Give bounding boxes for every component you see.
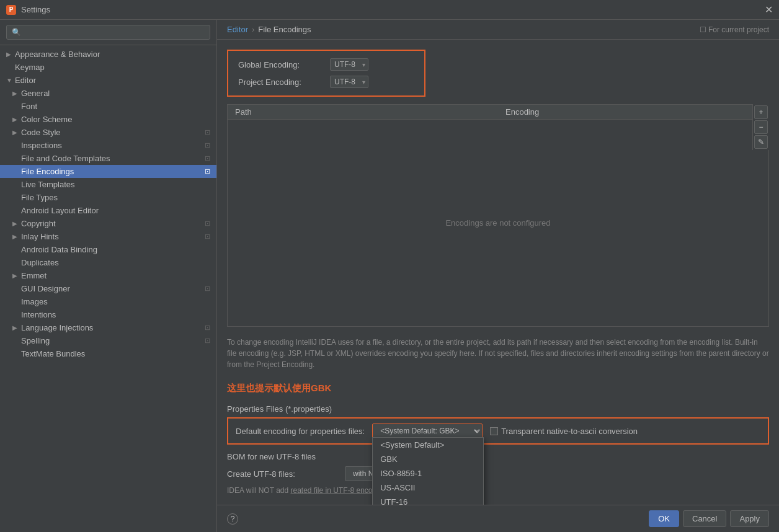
dropdown-item-us-ascii[interactable]: US-ASCII (373, 481, 483, 495)
config-icon: ⊡ (205, 324, 210, 332)
sidebar-item-copyright[interactable]: ▶ Copyright ⊡ (0, 217, 216, 230)
expand-arrow: ▼ (6, 77, 15, 84)
config-icon: ⊡ (205, 233, 210, 241)
dropdown-item-system-default[interactable]: <System Default> (373, 438, 483, 452)
sidebar-item-intentions[interactable]: Intentions (0, 308, 216, 321)
config-icon: ⊡ (205, 219, 210, 228)
sidebar-item-inlay-hints[interactable]: ▶ Inlay Hints ⊡ (0, 230, 216, 243)
sidebar-item-emmet[interactable]: ▶ Emmet (0, 269, 216, 282)
close-button[interactable]: ✕ (765, 4, 773, 16)
project-encoding-select[interactable]: UTF-8 (330, 76, 368, 88)
bom-note-row: IDEA will NOT add reated file in UTF-8 e… (227, 486, 769, 495)
sidebar-item-label: Intentions (21, 310, 210, 319)
search-input[interactable] (6, 25, 210, 40)
sidebar-item-label: Inspections (21, 141, 202, 150)
encoding-dropdown-container: <System Default: GBK> <System Default> G… (372, 423, 483, 438)
sidebar-item-label: General (21, 89, 210, 98)
global-encoding-select-wrapper: UTF-8 (330, 58, 368, 71)
sidebar-item-textmate-bundles[interactable]: TextMate Bundles (0, 347, 216, 360)
sidebar-item-gui-designer[interactable]: GUI Designer ⊡ (0, 282, 216, 295)
edit-row-button[interactable]: ✎ (754, 135, 768, 149)
bom-note: IDEA will NOT add reated file in UTF-8 e… (227, 486, 386, 495)
info-text: To change encoding IntelliJ IDEA uses fo… (227, 334, 769, 373)
global-encoding-select[interactable]: UTF-8 (330, 58, 368, 71)
sidebar-item-label: GUI Designer (21, 284, 202, 293)
sidebar: ▶ Appearance & Behavior Keymap ▼ Editor … (0, 20, 217, 532)
sidebar-item-label: TextMate Bundles (21, 349, 210, 358)
sidebar-item-keymap[interactable]: Keymap (0, 61, 216, 74)
add-row-button[interactable]: + (754, 105, 768, 119)
expand-arrow: ▶ (6, 51, 15, 58)
transparent-conversion-checkbox[interactable] (490, 427, 498, 435)
project-encoding-row: Project Encoding: UTF-8 (238, 76, 414, 88)
config-icon: ⊡ (205, 337, 210, 345)
properties-controls: Default encoding for properties files: <… (227, 417, 769, 445)
default-encoding-select[interactable]: <System Default: GBK> (372, 423, 483, 438)
sidebar-item-label: Appearance & Behavior (15, 50, 210, 59)
bom-section: BOM for new UTF-8 files Create UTF-8 fil… (227, 452, 769, 495)
sidebar-item-label: Spelling (21, 336, 202, 345)
default-encoding-label: Default encoding for properties files: (236, 427, 365, 436)
sidebar-item-code-style[interactable]: ▶ Code Style ⊡ (0, 126, 216, 139)
sidebar-item-live-templates[interactable]: Live Templates (0, 178, 216, 191)
settings-dialog: P Settings ✕ ▶ Appearance & Behavior Key… (0, 0, 779, 532)
expand-arrow: ▶ (12, 233, 21, 240)
sidebar-item-android-data-binding[interactable]: Android Data Binding (0, 243, 216, 256)
path-column-header: Path (228, 105, 498, 119)
sidebar-item-label: Android Layout Editor (21, 206, 210, 215)
sidebar-item-label: Copyright (21, 219, 202, 228)
sidebar-item-label: Code Style (21, 128, 202, 137)
properties-section: Properties Files (*.properties) Default … (227, 404, 769, 445)
breadcrumb-parent[interactable]: Editor (227, 25, 248, 34)
create-utf8-label: Create UTF-8 files: (227, 469, 339, 479)
sidebar-item-images[interactable]: Images (0, 295, 216, 308)
properties-section-label: Properties Files (*.properties) (227, 404, 769, 414)
cancel-button[interactable]: Cancel (683, 510, 726, 527)
empty-message: Encodings are not configured (445, 218, 550, 228)
transparent-conversion-checkbox-label[interactable]: Transparent native-to-ascii conversion (490, 427, 638, 436)
apply-button[interactable]: Apply (730, 510, 769, 527)
chinese-annotation: 这里也提示默认使用GBK (227, 380, 769, 397)
sidebar-item-font[interactable]: Font (0, 100, 216, 113)
dialog-footer: ? OK Cancel Apply (217, 505, 779, 532)
dropdown-item-utf-16[interactable]: UTF-16 (373, 495, 483, 505)
dialog-title: Settings (21, 5, 765, 14)
sidebar-item-label: Images (21, 297, 210, 306)
title-bar: P Settings ✕ (0, 0, 779, 20)
bom-section-title: BOM for new UTF-8 files (227, 452, 339, 461)
app-icon: P (6, 5, 16, 15)
sidebar-item-file-types[interactable]: File Types (0, 191, 216, 204)
sidebar-item-label: Color Scheme (21, 115, 210, 124)
ok-button[interactable]: OK (649, 510, 679, 527)
table-body: Encodings are not configured (228, 120, 768, 326)
encoding-dropdown-wrapper: <System Default: GBK> (372, 423, 483, 438)
config-icon: ⊡ (205, 167, 210, 175)
config-icon: ⊡ (205, 154, 210, 162)
sidebar-item-inspections[interactable]: Inspections ⊡ (0, 139, 216, 152)
dropdown-item-iso-8859-1[interactable]: ISO-8859-1 (373, 466, 483, 481)
sidebar-item-language-injections[interactable]: ▶ Language Injections ⊡ (0, 321, 216, 334)
sidebar-item-spelling[interactable]: Spelling ⊡ (0, 334, 216, 347)
sidebar-tree: ▶ Appearance & Behavior Keymap ▼ Editor … (0, 45, 216, 532)
config-icon: ⊡ (205, 128, 210, 136)
help-button[interactable]: ? (227, 513, 238, 525)
table-header: Path Encoding (228, 105, 768, 120)
breadcrumb-note: ☐ For current project (700, 25, 769, 34)
transparent-conversion-label: Transparent native-to-ascii conversion (501, 427, 638, 436)
sidebar-item-color-scheme[interactable]: ▶ Color Scheme (0, 113, 216, 126)
main-content: Editor › File Encodings ☐ For current pr… (217, 20, 779, 532)
sidebar-item-general[interactable]: ▶ General (0, 87, 216, 100)
sidebar-item-appearance-behavior[interactable]: ▶ Appearance & Behavior (0, 48, 216, 61)
project-encoding-select-wrapper: UTF-8 (330, 76, 368, 88)
sidebar-item-editor[interactable]: ▼ Editor (0, 74, 216, 87)
sidebar-item-duplicates[interactable]: Duplicates (0, 256, 216, 269)
global-encoding-label: Global Encoding: (238, 60, 325, 69)
encoding-box: Global Encoding: UTF-8 Project Encoding:… (227, 50, 425, 97)
sidebar-item-file-encodings[interactable]: File Encodings ⊡ (0, 165, 216, 178)
sidebar-item-android-layout-editor[interactable]: Android Layout Editor (0, 204, 216, 217)
remove-row-button[interactable]: − (754, 120, 768, 134)
sidebar-item-label: Emmet (21, 271, 210, 280)
sidebar-item-file-code-templates[interactable]: File and Code Templates ⊡ (0, 152, 216, 165)
sidebar-item-label: Android Data Binding (21, 245, 210, 254)
dropdown-item-gbk[interactable]: GBK (373, 452, 483, 466)
